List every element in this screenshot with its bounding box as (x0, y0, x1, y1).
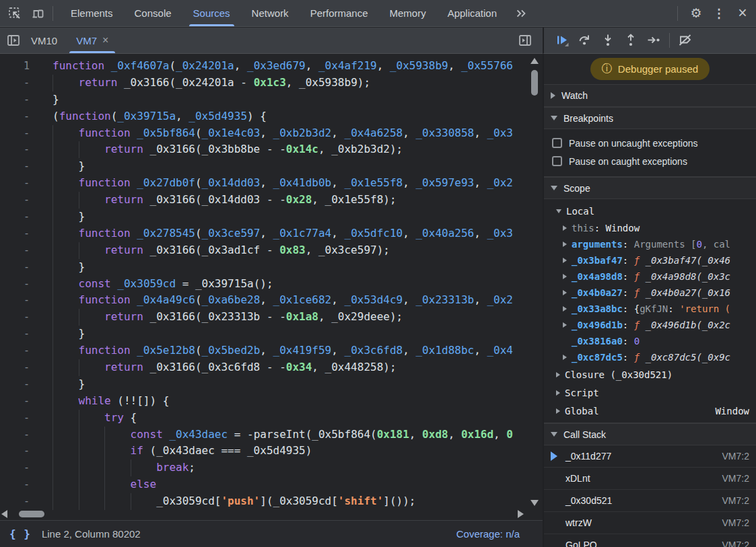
horizontal-scrollbar[interactable] (0, 509, 543, 519)
line-number-gutter[interactable]: - (0, 141, 47, 158)
scope-script-row[interactable]: Script (544, 384, 756, 402)
line-number-gutter[interactable]: - (0, 125, 47, 142)
scope-entry[interactable]: _0x3baf47: ƒ _0x3baf47(_0x46 (544, 252, 756, 268)
scroll-down-arrow[interactable] (530, 500, 539, 506)
scope-section-header[interactable]: Scope (544, 177, 756, 199)
scroll-right-arrow[interactable] (518, 510, 524, 518)
line-number-gutter[interactable]: - (0, 376, 47, 393)
tab-console[interactable]: Console (124, 0, 182, 26)
line-number-gutter[interactable]: - (0, 393, 47, 410)
toggle-debugger-sidebar-icon[interactable] (517, 32, 533, 48)
line-number-gutter[interactable]: - (0, 158, 47, 175)
scroll-left-arrow[interactable] (1, 510, 7, 518)
line-number-gutter[interactable]: - (0, 359, 47, 376)
tab-performance[interactable]: Performance (300, 0, 379, 26)
line-number-gutter[interactable]: - (0, 75, 47, 92)
device-toolbar-icon[interactable] (30, 5, 46, 22)
callstack-frame[interactable]: _0x11d277VM7:2 (544, 445, 756, 468)
scope-entry[interactable]: arguments: Arguments [0, cal (544, 236, 756, 252)
scope-entry[interactable]: _0xc87dc5: ƒ _0xc87dc5(_0x9c (544, 349, 756, 365)
chevron-right-icon[interactable] (556, 390, 560, 396)
source-tab-vm7[interactable]: VM7× (67, 28, 118, 53)
scope-entry[interactable]: _0x3816a0: 0 (544, 333, 756, 349)
step-button[interactable] (642, 31, 665, 50)
horizontal-scroll-thumb[interactable] (19, 511, 44, 517)
chevron-right-icon[interactable] (563, 274, 567, 279)
tab-sources[interactable]: Sources (182, 0, 241, 26)
chevron-right-icon[interactable] (563, 306, 567, 312)
line-number-gutter[interactable]: - (0, 259, 47, 276)
line-number-gutter[interactable]: - (0, 209, 47, 225)
breakpoint-option[interactable]: Pause on uncaught exceptions (544, 134, 756, 152)
callstack-frame[interactable]: _0x30d521VM7:2 (544, 490, 756, 512)
line-number-gutter[interactable]: - (0, 460, 47, 476)
pretty-print-button[interactable]: { } (9, 527, 31, 540)
breakpoints-section-header[interactable]: Breakpoints (544, 107, 756, 129)
chevron-down-icon[interactable] (551, 186, 557, 190)
vertical-scrollbar[interactable] (530, 57, 539, 507)
coverage-link[interactable]: Coverage: n/a (456, 528, 520, 540)
chevron-right-icon[interactable] (563, 258, 567, 263)
scope-entry[interactable]: _0x33a8bc: {gKfJN: 'return ( (544, 301, 756, 317)
more-tabs-icon[interactable] (508, 7, 535, 20)
scope-local-row[interactable]: Local (544, 202, 756, 220)
source-editor[interactable]: 1function _0xf4607a(_0x24201a, _0x3ed679… (0, 54, 543, 547)
tab-elements[interactable]: Elements (60, 0, 124, 26)
scope-closure-row[interactable]: Closure (_0x30d521) (544, 365, 756, 384)
line-number-gutter[interactable]: 1 (0, 58, 47, 75)
line-number-gutter[interactable]: - (0, 443, 47, 460)
chevron-right-icon[interactable] (563, 355, 567, 360)
scope-entry[interactable]: _0x4b0a27: ƒ _0x4b0a27(_0x16 (544, 285, 756, 301)
step-out-button[interactable] (619, 31, 642, 50)
chevron-right-icon[interactable] (563, 322, 567, 328)
scope-global-row[interactable]: GlobalWindow (544, 402, 756, 420)
line-number-gutter[interactable]: - (0, 276, 47, 293)
step-into-button[interactable] (596, 31, 619, 50)
close-devtools-icon[interactable]: × (730, 4, 755, 22)
checkbox[interactable] (552, 138, 562, 148)
vertical-scroll-thumb[interactable] (531, 70, 538, 96)
line-number-gutter[interactable]: - (0, 309, 47, 326)
scroll-up-arrow[interactable] (530, 58, 539, 64)
chevron-down-icon[interactable] (556, 209, 561, 213)
line-number-gutter[interactable]: - (0, 175, 47, 192)
chevron-right-icon[interactable] (563, 290, 567, 295)
chevron-right-icon[interactable] (556, 408, 560, 414)
tab-network[interactable]: Network (241, 0, 300, 26)
breakpoint-option[interactable]: Pause on caught exceptions (544, 152, 756, 170)
chevron-right-icon[interactable] (563, 242, 567, 247)
close-tab-icon[interactable]: × (102, 34, 108, 46)
chevron-down-icon[interactable] (551, 116, 557, 120)
callstack-frame[interactable]: GoLPQVM7:2 (544, 534, 756, 547)
scope-entry[interactable]: this: Window (544, 220, 756, 236)
line-number-gutter[interactable]: - (0, 493, 47, 510)
line-number-gutter[interactable]: - (0, 242, 47, 259)
line-number-gutter[interactable]: - (0, 108, 47, 125)
settings-gear-icon[interactable]: ⚙ (685, 5, 708, 21)
tab-application[interactable]: Application (437, 0, 508, 26)
line-number-gutter[interactable]: - (0, 410, 47, 427)
resume-script-button[interactable] (551, 31, 574, 50)
watch-section-header[interactable]: Watch (544, 85, 756, 107)
callstack-frame[interactable]: xDLntVM7:2 (544, 468, 756, 490)
chevron-down-icon[interactable] (551, 432, 557, 437)
line-number-gutter[interactable]: - (0, 342, 47, 359)
overflow-menu-icon[interactable]: ⋮ (708, 6, 730, 21)
line-number-gutter[interactable]: - (0, 326, 47, 342)
callstack-frame[interactable]: wtrzWVM7:2 (544, 512, 756, 534)
tab-memory[interactable]: Memory (379, 0, 437, 26)
line-number-gutter[interactable]: - (0, 225, 47, 242)
checkbox[interactable] (552, 156, 562, 166)
line-number-gutter[interactable]: - (0, 292, 47, 309)
scope-entry[interactable]: _0x4a98d8: ƒ _0x4a98d8(_0x3c (544, 268, 756, 285)
source-tab-vm10[interactable]: VM10 (22, 28, 67, 53)
chevron-right-icon[interactable] (556, 372, 560, 377)
chevron-right-icon[interactable] (551, 92, 555, 99)
line-number-gutter[interactable]: - (0, 192, 47, 209)
inspect-element-icon[interactable] (7, 5, 23, 22)
line-number-gutter[interactable]: - (0, 92, 47, 108)
step-over-button[interactable] (574, 31, 596, 50)
call-stack-section-header[interactable]: Call Stack (544, 423, 756, 445)
scope-entry[interactable]: _0x496d1b: ƒ _0x496d1b(_0x2c (544, 317, 756, 333)
toggle-navigator-icon[interactable] (5, 32, 22, 48)
